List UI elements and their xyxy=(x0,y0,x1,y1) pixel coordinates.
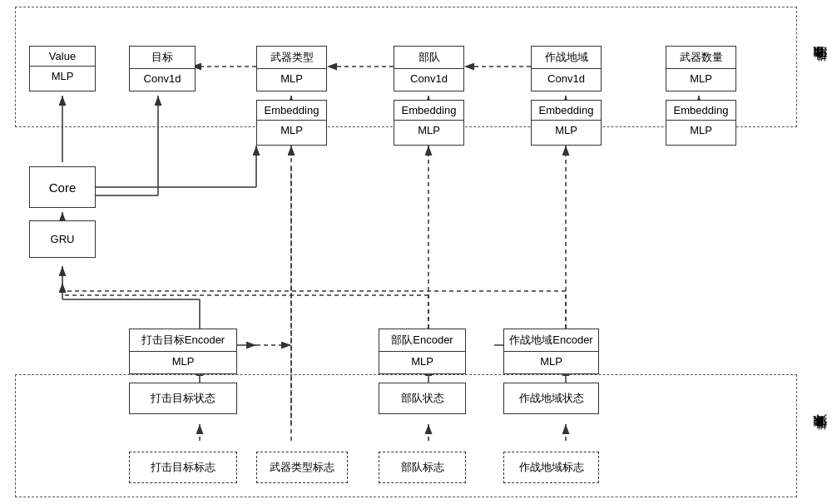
emb-mlp-4-box: Embedding MLP xyxy=(666,100,736,146)
troops-flag-box: 部队标志 xyxy=(379,452,466,483)
troops-conv-label: Conv1d xyxy=(394,69,463,88)
value-mlp-label: MLP xyxy=(30,67,95,86)
strike-state-box: 打击目标状态 xyxy=(129,383,237,414)
weapon-type-mlp-box: 武器类型 MLP xyxy=(256,46,327,91)
strike-encoder-box: 打击目标Encoder MLP xyxy=(129,329,237,374)
diagram: 模型输出 模型输入 Value MLP 目标 Conv1d 武器类型 MLP 部… xyxy=(0,0,832,504)
strike-encoder-mlp-label: MLP xyxy=(130,352,236,371)
combat-area-label: 作战地域 xyxy=(532,47,601,69)
troops-encoder-label: 部队Encoder xyxy=(379,329,465,352)
strike-encoder-label: 打击目标Encoder xyxy=(130,329,236,352)
emb1-bottom: MLP xyxy=(257,121,326,140)
model-output-text: 模型输出 xyxy=(814,64,829,71)
combat-encoder-mlp-label: MLP xyxy=(504,352,598,371)
emb3-top: Embedding xyxy=(532,101,601,121)
value-mlp-box: Value MLP xyxy=(29,46,96,91)
emb-mlp-1-box: Embedding MLP xyxy=(256,100,327,146)
troops-label: 部队 xyxy=(394,47,463,69)
weapon-type-label: 武器类型 xyxy=(257,47,326,69)
emb3-bottom: MLP xyxy=(532,121,601,140)
troops-encoder-mlp-label: MLP xyxy=(379,352,465,371)
weapon-type-mlp-label: MLP xyxy=(257,69,326,88)
weapon-count-label: 武器数量 xyxy=(666,47,735,69)
emb4-top: Embedding xyxy=(666,101,735,121)
combat-flag-box: 作战地域标志 xyxy=(503,452,599,483)
value-label: Value xyxy=(30,47,95,67)
troops-state-box: 部队状态 xyxy=(379,383,466,414)
weapon-flag-box: 武器类型标志 xyxy=(256,452,348,483)
combat-area-conv-label: Conv1d xyxy=(532,69,601,88)
weapon-count-mlp-label: MLP xyxy=(666,69,735,88)
target-conv-box: 目标 Conv1d xyxy=(129,46,196,91)
strike-flag-box: 打击目标标志 xyxy=(129,452,237,483)
model-input-label-container: 模型输入 xyxy=(812,374,830,497)
combat-area-conv-box: 作战地域 Conv1d xyxy=(531,46,602,91)
core-box: Core xyxy=(29,166,96,208)
gru-box: GRU xyxy=(29,220,96,258)
combat-state-box: 作战地域状态 xyxy=(503,383,599,414)
emb2-bottom: MLP xyxy=(394,121,463,140)
target-label: 目标 xyxy=(130,47,195,69)
combat-encoder-box: 作战地域Encoder MLP xyxy=(503,329,599,374)
emb4-bottom: MLP xyxy=(666,121,735,140)
troops-conv-box: 部队 Conv1d xyxy=(394,46,464,91)
troops-encoder-box: 部队Encoder MLP xyxy=(379,329,466,374)
combat-encoder-label: 作战地域Encoder xyxy=(504,329,598,352)
model-output-label-container: 模型输出 xyxy=(812,7,830,127)
weapon-count-mlp-box: 武器数量 MLP xyxy=(666,46,736,91)
target-conv-label: Conv1d xyxy=(130,69,195,88)
emb-mlp-2-box: Embedding MLP xyxy=(394,100,464,146)
emb2-top: Embedding xyxy=(394,101,463,121)
emb-mlp-3-box: Embedding MLP xyxy=(531,100,602,146)
model-input-text: 模型输入 xyxy=(814,432,829,439)
emb1-top: Embedding xyxy=(257,101,326,121)
